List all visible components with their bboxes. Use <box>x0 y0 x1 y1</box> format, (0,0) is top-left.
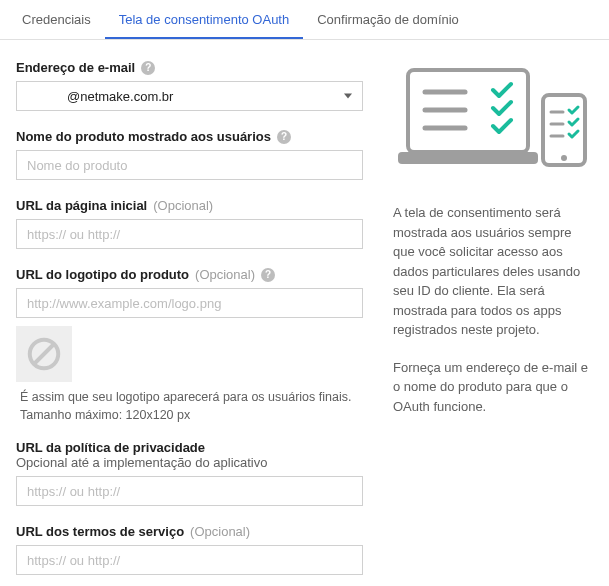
homepage-url-group: URL da página inicial (Opcional) <box>16 198 363 249</box>
logo-url-group: URL do logotipo do produto (Opcional) ? … <box>16 267 363 422</box>
privacy-url-sublabel: Opcional até a implementação do aplicati… <box>16 455 363 470</box>
email-group: Endereço de e-mail ? @netmake.com.br <box>16 60 363 111</box>
tos-url-input[interactable] <box>16 545 363 575</box>
tab-consent[interactable]: Tela de consentimento OAuth <box>105 0 304 39</box>
logo-note-appearance: É assim que seu logotipo aparecerá para … <box>16 390 363 404</box>
optional-label: (Opcional) <box>190 524 250 539</box>
svg-line-1 <box>35 345 54 364</box>
content: Endereço de e-mail ? @netmake.com.br Nom… <box>0 40 609 586</box>
product-name-group: Nome do produto mostrado aos usuários ? <box>16 129 363 180</box>
chevron-down-icon <box>344 94 352 99</box>
privacy-url-label: URL da política de privacidade <box>16 440 205 455</box>
form-column: Endereço de e-mail ? @netmake.com.br Nom… <box>16 60 363 586</box>
svg-rect-3 <box>398 152 538 164</box>
consent-illustration <box>393 60 593 180</box>
side-column: A tela de consentimento será mostrada ao… <box>393 60 593 586</box>
product-name-input[interactable] <box>16 150 363 180</box>
homepage-url-input[interactable] <box>16 219 363 249</box>
email-label: Endereço de e-mail <box>16 60 135 75</box>
logo-note-size: Tamanho máximo: 120x120 px <box>16 408 363 422</box>
tab-credentials[interactable]: Credenciais <box>8 0 105 39</box>
product-name-label: Nome do produto mostrado aos usuários <box>16 129 271 144</box>
help-icon[interactable]: ? <box>277 130 291 144</box>
tab-bar: Credenciais Tela de consentimento OAuth … <box>0 0 609 40</box>
side-paragraph-1: A tela de consentimento será mostrada ao… <box>393 203 593 340</box>
tab-domain[interactable]: Confirmação de domínio <box>303 0 473 39</box>
prohibited-icon <box>25 335 63 373</box>
optional-label: (Opcional) <box>153 198 213 213</box>
tos-url-label: URL dos termos de serviço <box>16 524 184 539</box>
logo-url-input[interactable] <box>16 288 363 318</box>
help-icon[interactable]: ? <box>141 61 155 75</box>
logo-preview <box>16 326 72 382</box>
svg-point-8 <box>561 155 567 161</box>
help-icon[interactable]: ? <box>261 268 275 282</box>
homepage-url-label: URL da página inicial <box>16 198 147 213</box>
side-paragraph-2: Forneça um endereço de e-mail e o nome d… <box>393 358 593 417</box>
email-select[interactable]: @netmake.com.br <box>16 81 363 111</box>
privacy-url-group: URL da política de privacidade Opcional … <box>16 440 363 506</box>
email-select-value: @netmake.com.br <box>67 89 173 104</box>
tos-url-group: URL dos termos de serviço (Opcional) <box>16 524 363 575</box>
logo-url-label: URL do logotipo do produto <box>16 267 189 282</box>
optional-label: (Opcional) <box>195 267 255 282</box>
privacy-url-input[interactable] <box>16 476 363 506</box>
